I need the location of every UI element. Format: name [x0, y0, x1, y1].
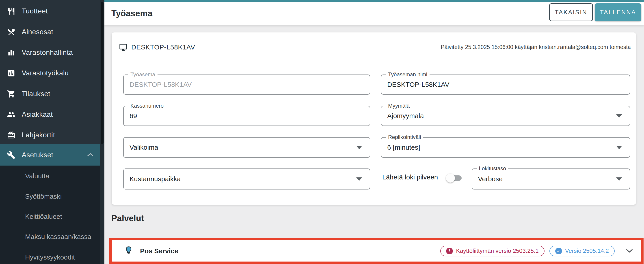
chevron-down-icon[interactable] — [626, 248, 634, 254]
badge-text: Versio 2505.14.2 — [565, 248, 609, 254]
sidebar-item-tuotteet[interactable]: Tuotteet — [0, 1, 100, 21]
field-value: Valikoima — [130, 144, 158, 151]
badge-text: Käyttöliittymän versio 2503.25.1 — [456, 248, 539, 254]
sidebar-item-label: Varastotyökalu — [22, 69, 69, 77]
lightbulb-icon — [124, 246, 133, 256]
service-badges: Käyttöliittymän versio 2503.25.1 Versio … — [440, 246, 615, 257]
valikoima-select[interactable]: Valikoima — [123, 137, 370, 158]
field-label: Työaseman nimi — [386, 71, 430, 78]
kassanumero-field[interactable]: Kassanumero 69 — [123, 106, 370, 126]
dropdown-arrow-icon — [616, 146, 622, 149]
inventory-tool-icon — [7, 69, 16, 78]
submenu-item-syottomaski[interactable]: Syöttömaski — [0, 191, 100, 202]
back-button[interactable]: TAKAISIN — [549, 3, 593, 21]
services-section-title: Palvelut — [111, 214, 144, 223]
sidebar-item-varastotyokalu[interactable]: Varastotyökalu — [0, 63, 100, 83]
submenu-item-valuutta[interactable]: Valuutta — [0, 170, 100, 182]
sidebar-item-label: Asiakkaat — [22, 111, 53, 119]
ui-version-badge: Käyttöliittymän versio 2503.25.1 — [440, 246, 544, 257]
version-badge: Versio 2505.14.2 — [550, 246, 615, 257]
dropdown-arrow-icon — [616, 114, 622, 118]
restaurant-icon — [7, 7, 16, 16]
sidebar-item-label: Tuotteet — [22, 7, 48, 15]
sidebar-item-label: Tilaukset — [22, 90, 50, 98]
sidebar-item-asetukset[interactable]: Asetukset — [0, 144, 100, 165]
field-value: DESKTOP-L58K1AV — [130, 81, 192, 88]
field-label: Kassanumero — [128, 103, 166, 109]
wrench-icon — [7, 150, 16, 159]
chevron-up-icon — [86, 152, 94, 158]
sidebar-item-lahjakortit[interactable]: Lahjakortit — [0, 125, 100, 145]
field-value: Verbose — [478, 175, 502, 183]
field-label: Työasema — [128, 71, 158, 78]
people-icon — [7, 110, 16, 119]
workstation-card: DESKTOP-L58K1AV Päivitetty 25.3.2025 15:… — [112, 32, 636, 205]
tyoaseman-nimi-field[interactable]: Työaseman nimi DESKTOP-L58K1AV — [381, 75, 630, 95]
field-value: 6 [minutes] — [387, 144, 420, 151]
field-value: Kustannuspaikka — [130, 175, 181, 183]
toggle-thumb — [446, 174, 455, 183]
sidebar-item-label: Ainesosat — [22, 28, 53, 36]
error-circle-icon — [446, 248, 453, 254]
sidebar-item-label: Varastonhallinta — [22, 49, 73, 57]
check-circle-icon — [555, 248, 562, 254]
bar-chart-icon — [7, 48, 16, 57]
sidebar-item-tilaukset[interactable]: Tilaukset — [0, 84, 100, 104]
send-log-toggle[interactable] — [446, 173, 463, 183]
submenu-item-maksu-kassaan[interactable]: Maksu kassaan/kassa — [0, 231, 100, 242]
sidebar-scrollbar-thumb[interactable] — [100, 2, 104, 144]
annotation-highlight-box: Pos Service Käyttöliittymän versio 2503.… — [109, 238, 644, 264]
page-title: Työasema — [111, 2, 152, 25]
save-button[interactable]: TALLENNA — [595, 3, 641, 21]
field-label: Lokitustaso — [476, 165, 508, 172]
cart-icon — [7, 90, 16, 99]
dropdown-arrow-icon — [356, 146, 362, 149]
dropdown-arrow-icon — [356, 177, 362, 181]
myymala-select[interactable]: Myymälä Ajomyymälä — [381, 106, 630, 126]
replikointivali-select[interactable]: Replikointiväli 6 [minutes] — [381, 137, 630, 158]
sidebar-item-varastonhallinta[interactable]: Varastonhallinta — [0, 43, 100, 62]
submenu-item-keittioalueet[interactable]: Keittiöalueet — [0, 211, 100, 222]
service-name: Pos Service — [140, 247, 178, 255]
lokitustaso-select[interactable]: Lokitustaso Verbose — [472, 168, 630, 189]
top-accent-strip — [104, 0, 644, 2]
field-label: Myymälä — [386, 103, 412, 109]
send-log-label: Lähetä loki pilveen — [382, 173, 438, 181]
updated-info: Päivitetty 25.3.2025 15:06:00 käyttäjän … — [441, 44, 631, 50]
settings-submenu: Valuutta Syöttömaski Keittiöalueet Maksu… — [0, 165, 100, 264]
device-name: DESKTOP-L58K1AV — [131, 43, 195, 51]
sidebar-item-label: Asetukset — [22, 151, 53, 159]
sidebar: Tuotteet Ainesosat Varastonhallinta Vara… — [0, 0, 100, 264]
field-value: 69 — [130, 112, 137, 120]
sidebar-item-label: Lahjakortit — [22, 131, 55, 139]
sidebar-item-asiakkaat[interactable]: Asiakkaat — [0, 105, 100, 125]
dropdown-arrow-icon — [616, 177, 622, 181]
card-header: DESKTOP-L58K1AV Päivitetty 25.3.2025 15:… — [112, 32, 636, 62]
page-header: Työasema TAKAISIN TALLENNA — [104, 2, 644, 25]
field-label: Replikointiväli — [386, 134, 423, 140]
field-value: DESKTOP-L58K1AV — [387, 81, 449, 88]
field-value: Ajomyymälä — [387, 112, 424, 120]
tyoasema-field[interactable]: Työasema DESKTOP-L58K1AV — [123, 75, 370, 95]
submenu-item-hyvityssyykoodit[interactable]: Hyvityssyykoodit — [0, 252, 100, 263]
gift-card-icon — [7, 131, 16, 139]
ingredients-icon — [7, 27, 16, 36]
sidebar-item-ainesosat[interactable]: Ainesosat — [0, 22, 100, 42]
monitor-icon — [119, 43, 128, 52]
service-row-pos-service[interactable]: Pos Service Käyttöliittymän versio 2503.… — [112, 240, 641, 262]
kustannuspaikka-select[interactable]: Kustannuspaikka — [123, 168, 370, 189]
